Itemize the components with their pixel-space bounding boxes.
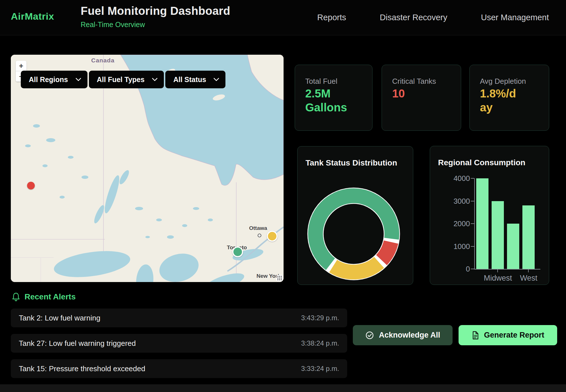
alert-time: 3:38:24 p.m. bbox=[301, 339, 339, 347]
tank-status-donut bbox=[298, 146, 413, 285]
fuel-monitoring-dashboard: AirMatrix Fuel Monitoring Dashboard Real… bbox=[0, 0, 566, 392]
fuel-type-filter-value: All Fuel Types bbox=[97, 75, 145, 84]
nav-user-management[interactable]: User Management bbox=[481, 13, 549, 22]
chevron-down-icon bbox=[213, 78, 219, 81]
alert-time: 3:43:29 p.m. bbox=[301, 314, 339, 322]
alert-message: Tank 2: Low fuel warning bbox=[19, 314, 100, 322]
main-nav: Reports Disaster Recovery User Managemen… bbox=[317, 0, 549, 35]
chevron-down-icon bbox=[76, 78, 81, 81]
fuel-type-filter-select[interactable]: All Fuel Types bbox=[89, 71, 164, 88]
map-label-canada: Canada bbox=[91, 57, 115, 64]
stat-value: 10 bbox=[392, 87, 405, 101]
document-icon bbox=[471, 331, 479, 340]
stat-label: Critical Tanks bbox=[392, 77, 436, 86]
regional-consumption-card: Regional Consumption 01000200030004000Mi… bbox=[430, 146, 549, 285]
alert-row: Tank 2: Low fuel warning 3:43:29 p.m. bbox=[11, 309, 347, 327]
nav-disaster-recovery[interactable]: Disaster Recovery bbox=[380, 13, 447, 22]
acknowledge-all-button[interactable]: Acknowledge All bbox=[353, 325, 453, 345]
stat-card-avg-depletion: Avg Depletion 1.8%/day bbox=[469, 65, 549, 131]
stat-value: 1.8%/day bbox=[480, 87, 518, 115]
regional-consumption-chart: 01000200030004000MidwestWest bbox=[430, 146, 549, 285]
alert-message: Tank 15: Pressure threshold exceeded bbox=[19, 364, 145, 373]
brand-logo: AirMatrix bbox=[11, 11, 54, 22]
region-filter-value: All Regions bbox=[29, 75, 68, 84]
stat-value: 2.5M Gallons bbox=[305, 87, 372, 115]
region-filter-select[interactable]: All Regions bbox=[21, 71, 87, 88]
tank-marker-normal[interactable] bbox=[232, 246, 243, 257]
stat-card-critical-tanks: Critical Tanks 10 bbox=[382, 65, 461, 131]
alert-row: Tank 15: Pressure threshold exceeded 3:3… bbox=[11, 359, 347, 378]
stat-label: Total Fuel bbox=[305, 77, 337, 86]
generate-report-label: Generate Report bbox=[484, 331, 544, 340]
page-subtitle: Real-Time Overview bbox=[81, 21, 145, 29]
generate-report-button[interactable]: Generate Report bbox=[459, 325, 557, 345]
status-filter-select[interactable]: All Status bbox=[165, 71, 225, 88]
alert-row: Tank 27: Low fuel warning triggered 3:38… bbox=[11, 334, 347, 353]
alerts-title: Recent Alerts bbox=[25, 292, 76, 301]
alert-message: Tank 27: Low fuel warning triggered bbox=[19, 339, 136, 348]
tank-map[interactable]: Canada Ottawa Toronto New York + − All R… bbox=[11, 55, 284, 282]
alerts-header: Recent Alerts bbox=[12, 292, 76, 301]
bell-icon bbox=[12, 292, 20, 301]
ottawa-town-dot bbox=[258, 234, 261, 237]
stat-card-total-fuel: Total Fuel 2.5M Gallons bbox=[295, 65, 372, 131]
page-title: Fuel Monitoring Dashboard bbox=[81, 5, 230, 17]
check-circle-icon bbox=[365, 331, 374, 340]
tank-marker-critical[interactable] bbox=[27, 182, 35, 189]
zoom-in-button[interactable]: + bbox=[16, 61, 27, 71]
nav-reports[interactable]: Reports bbox=[317, 13, 346, 22]
status-filter-value: All Status bbox=[173, 75, 206, 84]
map-filters: All Regions All Fuel Types All Status bbox=[21, 71, 225, 88]
tank-status-distribution-card: Tank Status Distribution bbox=[297, 146, 413, 285]
acknowledge-all-label: Acknowledge All bbox=[379, 331, 440, 340]
map-label-ottawa: Ottawa bbox=[249, 225, 267, 231]
stat-label: Avg Depletion bbox=[480, 77, 526, 86]
window-footer bbox=[0, 384, 566, 392]
tank-marker-warning[interactable] bbox=[267, 231, 278, 242]
map-resize-handle[interactable] bbox=[276, 275, 283, 281]
app-header: AirMatrix Fuel Monitoring Dashboard Real… bbox=[0, 0, 566, 35]
chevron-down-icon bbox=[152, 78, 158, 81]
alert-time: 3:33:24 p.m. bbox=[301, 365, 339, 373]
